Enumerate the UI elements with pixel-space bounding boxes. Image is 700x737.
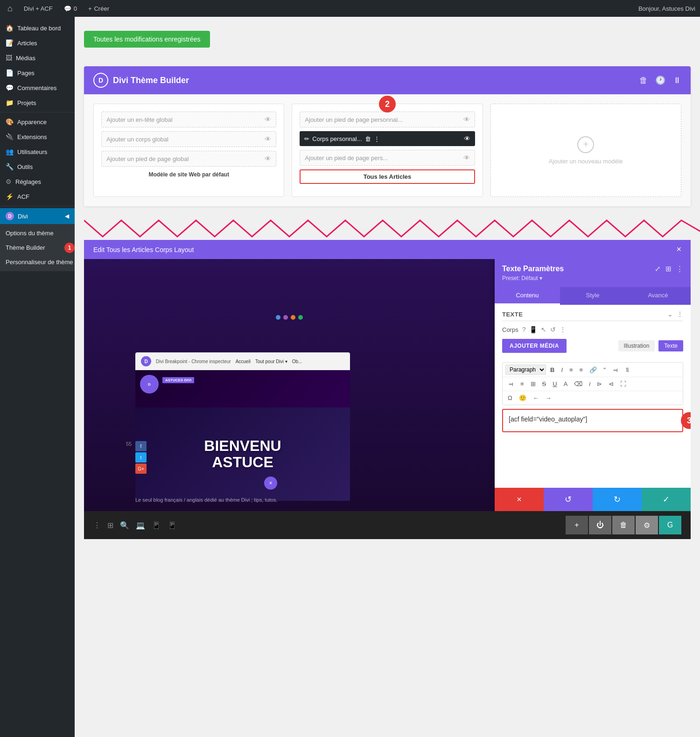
- corps-device-btn[interactable]: 📱: [529, 326, 537, 333]
- ajouter-media-btn[interactable]: AJOUTER MÉDIA: [502, 339, 567, 353]
- tab-illustration[interactable]: Illustration: [618, 340, 655, 351]
- eye-icon-1[interactable]: 👁: [265, 116, 271, 123]
- close-editor-btn[interactable]: ×: [676, 245, 681, 254]
- sidebar-item-projets[interactable]: 📁 Projets: [0, 95, 75, 110]
- sidebar-item-options-theme[interactable]: Options du thème: [0, 226, 75, 240]
- bottom-menu-btn[interactable]: ⋮: [93, 521, 101, 530]
- eye-icon-5[interactable]: 👁: [464, 135, 470, 142]
- eye-icon-2[interactable]: 👁: [265, 135, 271, 143]
- history-button[interactable]: 🕐: [655, 75, 665, 85]
- strikethrough-btn[interactable]: S: [540, 379, 549, 389]
- underline-btn[interactable]: U: [550, 379, 559, 389]
- tab-contenu[interactable]: Contenu: [495, 287, 560, 305]
- sidebar-item-reglages[interactable]: ⚙ Réglages: [0, 174, 75, 189]
- power-btn[interactable]: ⏻: [589, 516, 611, 534]
- sidebar-item-extensions[interactable]: 🔌 Extensions: [0, 129, 75, 144]
- template-row-pied-global[interactable]: Ajouter un pied de page global 👁: [101, 151, 276, 167]
- preview-tout-pour-divi[interactable]: Tout pour Divi ▾: [255, 359, 287, 364]
- template-row-corps-global[interactable]: Ajouter un corps global 👁: [101, 131, 276, 147]
- align-left-btn[interactable]: ⫤: [610, 365, 621, 375]
- emoji-btn[interactable]: 🙂: [517, 393, 529, 403]
- template-row-pied-personnal[interactable]: Ajouter un pied de page pers... 👁: [300, 150, 475, 166]
- sidebar-item-personnaliseur[interactable]: Personnaliseur de thème: [0, 255, 75, 269]
- forward-btn[interactable]: →: [543, 393, 554, 403]
- em-btn[interactable]: i: [587, 379, 593, 389]
- link-btn[interactable]: 🔗: [587, 365, 599, 375]
- admin-create[interactable]: + Créer: [85, 5, 112, 12]
- sidebar-item-utilisateurs[interactable]: 👥 Utilisateurs: [0, 144, 75, 159]
- clear-btn[interactable]: ⌫: [572, 379, 585, 389]
- sidebar-item-divi[interactable]: D Divi ◀: [0, 208, 75, 224]
- wp-logo[interactable]: ⌂: [5, 4, 15, 14]
- back-btn[interactable]: ←: [531, 393, 541, 403]
- redo-panel-btn[interactable]: ↻: [593, 488, 642, 511]
- panel-more-btn[interactable]: ⋮: [676, 265, 683, 273]
- panel-split-btn[interactable]: ⊞: [665, 265, 672, 273]
- corps-undo-btn[interactable]: ↺: [550, 326, 556, 333]
- sidebar-item-pages[interactable]: 📄 Pages: [0, 65, 75, 80]
- color-btn[interactable]: A: [561, 379, 570, 389]
- confirm-panel-btn[interactable]: ✓: [642, 488, 691, 511]
- bottom-search-btn[interactable]: 🔍: [120, 521, 129, 530]
- ul-btn[interactable]: ≡: [567, 365, 575, 375]
- quote-btn[interactable]: ": [601, 365, 608, 375]
- sidebar-item-theme-builder[interactable]: Thème Builder 1: [0, 240, 75, 255]
- bottom-tablet-btn[interactable]: 📱: [152, 521, 161, 530]
- g-btn[interactable]: G: [659, 516, 681, 534]
- outdent-btn[interactable]: ⊲: [606, 379, 616, 389]
- fullscreen-btn[interactable]: ⛶: [618, 379, 629, 389]
- bottom-grid-btn[interactable]: ⊞: [107, 521, 113, 530]
- preview-ob[interactable]: Ob...: [292, 359, 302, 364]
- sidebar-item-outils[interactable]: 🔧 Outils: [0, 159, 75, 174]
- sidebar-item-acf[interactable]: ⚡ ACF: [0, 189, 75, 204]
- align-left2-btn[interactable]: ⫤: [505, 379, 516, 389]
- preview-accueil[interactable]: Accueil: [236, 359, 251, 364]
- template-row-header-global[interactable]: Ajouter un en-tête global 👁: [101, 112, 276, 127]
- panel-preset[interactable]: Preset: Défaut ▾: [502, 275, 683, 281]
- section-collapse-btn[interactable]: ⌄: [667, 310, 673, 318]
- eye-icon-3[interactable]: 👁: [265, 155, 271, 162]
- eye-icon-6[interactable]: 👁: [463, 154, 470, 161]
- delete-corps-btn[interactable]: 🗑: [365, 135, 371, 142]
- undo-panel-btn[interactable]: ↺: [544, 488, 593, 511]
- corps-help-btn[interactable]: ?: [522, 326, 526, 333]
- indent-btn[interactable]: ⊳: [595, 379, 604, 389]
- tab-style[interactable]: Style: [560, 287, 625, 305]
- template-row-header-personnal[interactable]: Ajouter un pied de page personnal... 👁: [300, 112, 475, 127]
- sidebar-item-apparence[interactable]: 🎨 Apparence: [0, 114, 75, 129]
- settings-button[interactable]: ⏸: [673, 76, 681, 85]
- template-column-new[interactable]: + Ajouter un nouveau modèle: [490, 104, 681, 197]
- admin-site-name[interactable]: Divi + ACF: [21, 5, 56, 12]
- corps-more-btn[interactable]: ⋮: [560, 326, 566, 333]
- italic-btn[interactable]: I: [559, 365, 565, 375]
- more-corps-btn[interactable]: ⋮: [374, 135, 380, 142]
- purple-close-btn[interactable]: ×: [264, 477, 277, 490]
- corps-cursor-btn[interactable]: ↖: [541, 326, 546, 333]
- add-section-btn[interactable]: +: [566, 516, 588, 534]
- align-center-btn[interactable]: ≡: [518, 379, 526, 389]
- ol-btn[interactable]: ≡: [577, 365, 586, 375]
- acf-field-area[interactable]: [acf field="video_autoplay"]: [502, 409, 683, 432]
- omega-btn[interactable]: Ω: [505, 393, 515, 403]
- sidebar-item-tableau-de-bord[interactable]: 🏠 Tableau de bord: [0, 21, 75, 35]
- section-more-btn[interactable]: ⋮: [677, 310, 683, 318]
- table-btn[interactable]: ⊞: [528, 379, 538, 389]
- add-plus-circle[interactable]: +: [577, 136, 594, 153]
- delete-button[interactable]: 🗑: [639, 76, 648, 85]
- cancel-panel-btn[interactable]: ×: [495, 488, 544, 511]
- align-right-btn[interactable]: ⥮: [623, 365, 632, 375]
- sidebar-item-commentaires[interactable]: 💬 Commentaires: [0, 80, 75, 95]
- sidebar-item-articles[interactable]: 📝 Articles: [0, 35, 75, 50]
- template-row-corps-personnal[interactable]: ✏ Corps personnal... 🗑 ⋮ 👁: [300, 131, 475, 146]
- delete-section-btn[interactable]: 🗑: [612, 516, 635, 534]
- bottom-desktop-btn[interactable]: 💻: [136, 521, 145, 530]
- twitter-btn[interactable]: t: [135, 452, 147, 463]
- bottom-mobile-btn[interactable]: 📱: [168, 521, 177, 530]
- tab-avance[interactable]: Avancé: [625, 287, 691, 305]
- edit-corps-btn[interactable]: ✏: [304, 135, 309, 142]
- panel-expand-btn[interactable]: ⤢: [655, 265, 661, 273]
- facebook-btn[interactable]: f: [135, 441, 147, 451]
- admin-comments[interactable]: 💬 0: [61, 5, 80, 12]
- gear-btn[interactable]: ⚙: [636, 516, 658, 534]
- bold-btn[interactable]: B: [548, 365, 557, 375]
